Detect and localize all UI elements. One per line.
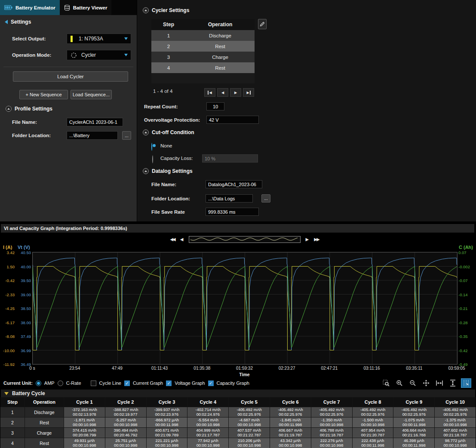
battery-cycle-col-header: Operation <box>25 397 64 407</box>
cycler-step-row[interactable]: 2Rest <box>151 41 255 52</box>
repeat-count-label: Repeat Count: <box>144 104 178 109</box>
select-output-dropdown[interactable]: 1: N7953A <box>67 34 131 44</box>
battery-cycle-value-cell: 222.276 µAh00:00:10.998 <box>311 438 352 448</box>
x-tick-label: 47:49 <box>112 366 123 371</box>
fit-vertical-icon[interactable] <box>448 378 458 388</box>
scroll-fast-right-button[interactable]: ▶▶ <box>314 236 319 242</box>
profile-settings-header[interactable]: Profile Settings <box>6 106 52 112</box>
collapse-down-icon <box>4 392 9 395</box>
scroll-right-button[interactable]: ▶ <box>306 236 309 242</box>
y-tick-label: -0.42 <box>5 278 15 283</box>
cycler-step-row[interactable]: 3Charge <box>151 52 255 62</box>
step-operation-cell: Rest <box>186 65 255 71</box>
y-tick-label: -0.07 <box>458 278 468 283</box>
load-sequence-button[interactable]: Load Sequence... <box>71 90 112 99</box>
battery-cycle-value-cell: -5.554 mAh00:00:10.998 <box>187 417 228 427</box>
edit-sequence-button[interactable] <box>258 19 267 29</box>
cycle-line-checkbox[interactable] <box>91 380 96 386</box>
battery-cycle-col-header: Cycle 10 <box>435 397 476 407</box>
load-cycler-button[interactable]: Load Cycler <box>13 71 128 82</box>
new-sequence-button[interactable]: + New Sequence <box>19 90 68 99</box>
tab-battery-viewer[interactable]: Battery Viewer <box>60 0 112 15</box>
datalog-file-name-input[interactable]: DatalogACh1_2023-06 <box>206 180 262 188</box>
fit-horizontal-icon[interactable] <box>434 378 445 388</box>
pencil-icon <box>260 21 265 27</box>
cycler-step-row[interactable]: 1Discharge <box>151 30 255 41</box>
zoom-out-icon[interactable] <box>408 378 418 388</box>
autoscale-icon[interactable] <box>421 378 431 388</box>
capacity-loss-radio[interactable] <box>152 155 153 163</box>
graph-controls-bar: Current Unit: AMP C-Rate Cycle Line Curr… <box>0 378 476 388</box>
x-tick-label: 01:59:32 <box>236 366 253 371</box>
battery-cycle-value-cell: -405.492 mAh00:02:25.976 <box>270 407 311 417</box>
waveform-overview-scrollbar[interactable] <box>189 236 301 243</box>
c-rate-radio[interactable] <box>58 380 63 386</box>
battery-cycle-step-cell: 4 <box>0 438 25 448</box>
datalog-settings-header[interactable]: Datalog Settings <box>143 168 193 174</box>
settings-header-label: Settings <box>11 19 31 25</box>
waveform-canvas[interactable] <box>33 252 457 364</box>
cycler-step-row[interactable]: 4Rest <box>151 62 255 73</box>
current-graph-checkbox[interactable] <box>124 380 130 386</box>
last-page-button[interactable]: ▶ <box>243 88 254 97</box>
battery-cycle-value-cell: 407.537 mAh00:21:22.787 <box>229 428 270 438</box>
repeat-count-input[interactable]: 10 <box>206 102 224 110</box>
tab-battery-emulator[interactable]: Battery Emulator <box>0 0 60 15</box>
battery-cycle-value-cell: 406.664 mAh00:21:16.788 <box>393 428 434 438</box>
battery-cycle-value-cell: 406.667 mAh00:21:19.787 <box>270 428 311 438</box>
cycler-settings-header[interactable]: Cycler Settings <box>143 7 189 13</box>
file-save-rate-input[interactable]: 999.8336 ms <box>206 208 259 216</box>
scroll-fast-left-button[interactable]: ◀◀ <box>170 236 175 242</box>
zoom-in-icon[interactable] <box>394 378 405 388</box>
x-tick-label: 01:11:43 <box>151 366 168 371</box>
datalog-settings-label: Datalog Settings <box>152 168 193 174</box>
capacity-graph-checkbox[interactable] <box>208 380 214 386</box>
zoom-selection-icon[interactable] <box>381 378 391 388</box>
datalog-browse-button[interactable]: ... <box>261 194 270 203</box>
next-page-button[interactable]: ▶ <box>230 88 241 97</box>
cutoff-condition-header[interactable]: Cut-off Condition <box>143 129 194 135</box>
y-tick-label: 40.00 <box>21 264 31 269</box>
amp-radio-label: AMP <box>44 380 55 386</box>
step-operation-cell: Charge <box>186 55 255 60</box>
prev-page-button[interactable]: ◀ <box>217 88 228 97</box>
x-tick-label: 03:35:11 <box>406 366 422 371</box>
operation-mode-dropdown[interactable]: Cycler <box>67 50 131 60</box>
first-page-button[interactable]: ◀ <box>204 88 215 97</box>
battery-cycle-value-cell: -1.075 mAh00:00:11.998 <box>393 417 434 427</box>
battery-cycle-value-cell: -1.350 mAh00:00:10.998 <box>311 417 352 427</box>
overvoltage-input[interactable]: 42 V <box>206 116 259 124</box>
divider <box>3 67 133 67</box>
amp-radio[interactable] <box>36 380 41 386</box>
battery-cycle-col-header: Cycle 6 <box>270 397 311 407</box>
capacity-loss-input[interactable]: 10 % <box>202 154 258 163</box>
y-tick-label: 36.99 <box>21 348 31 353</box>
y-tick-label: 38.00 <box>21 320 31 325</box>
settings-section-header[interactable]: Settings <box>5 19 31 25</box>
datalog-folder-input[interactable]: ...\Data Logs <box>206 194 253 203</box>
file-save-rate-label: File Save Rate <box>151 209 185 215</box>
battery-cycle-value-cell: -402.714 mAh00:02:24.976 <box>187 407 228 417</box>
folder-location-input[interactable]: ...\Battery <box>67 131 118 140</box>
x-tick-label: 03:59:05 <box>448 366 465 371</box>
battery-cycle-value-cell: 210.206 µAh00:00:10.998 <box>229 438 270 448</box>
scroll-left-button[interactable]: ◀ <box>180 236 184 242</box>
battery-cycle-value-cell: -372.163 mAh00:02:13.978 <box>64 407 105 417</box>
current-axis-ticks: 3.421.50-0.42-2.33-4.25-6.17-8.08-10.00-… <box>0 252 15 367</box>
voltage-graph-label: Voltage Graph <box>175 380 205 386</box>
browse-folder-button[interactable]: ... <box>122 131 131 140</box>
y-tick-label: -0.002 <box>458 264 470 269</box>
y-tick-label: 0.07 <box>458 250 467 255</box>
step-number-cell: 3 <box>151 55 186 60</box>
battery-cycle-value-cell: 98.772 µAh00:00:10.998 <box>435 438 476 448</box>
battery-cycle-value-cell: 43.342 µAh00:00:10.998 <box>270 438 311 448</box>
voltage-graph-checkbox[interactable] <box>166 380 172 386</box>
cutoff-none-label: None <box>160 143 172 148</box>
file-name-input[interactable]: CyclerACh1 2023-06-1 <box>67 118 123 126</box>
plot-area[interactable] <box>32 252 458 365</box>
profile-settings-label: Profile Settings <box>15 106 52 112</box>
x-tick-label: 23:54 <box>69 366 80 371</box>
cutoff-none-radio[interactable] <box>151 143 152 151</box>
tracking-cursor-icon[interactable] <box>461 378 471 388</box>
battery-cycle-header[interactable]: Battery Cycle <box>1 390 475 397</box>
